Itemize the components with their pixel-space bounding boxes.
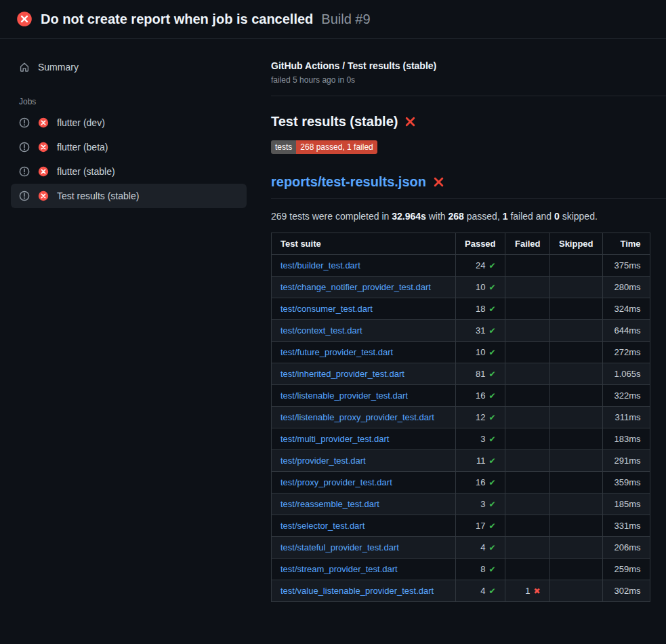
badge-label: tests <box>271 140 296 154</box>
passed-count: 4 <box>480 542 485 552</box>
sidebar-job-item[interactable]: flutter (stable) <box>11 159 247 184</box>
time-value: 644ms <box>602 320 650 342</box>
table-row: test/stream_provider_test.dart 8✔ ✖ 259m… <box>272 559 650 580</box>
suite-link[interactable]: test/value_listenable_provider_test.dart <box>280 586 434 596</box>
passed-count: 4 <box>480 586 485 596</box>
results-table-body: test/builder_test.dart 24✔ ✖ 375ms test/… <box>272 255 650 602</box>
check-icon: ✔ <box>488 413 495 422</box>
main-content: GitHub Actions / Test results (stable) f… <box>255 39 666 602</box>
jobs-list: flutter (dev) flutter (beta) flutter (st… <box>11 110 247 208</box>
header-failed: Failed <box>505 233 549 255</box>
passed-count: 16 <box>476 477 485 487</box>
suite-link[interactable]: test/context_test.dart <box>280 325 362 336</box>
time-value: 322ms <box>602 385 650 407</box>
time-value: 280ms <box>602 277 650 298</box>
check-icon: ✔ <box>488 500 495 509</box>
passed-count: 8 <box>480 564 485 574</box>
check-icon: ✔ <box>488 391 495 401</box>
passed-count: 11 <box>476 456 486 466</box>
warning-icon <box>19 142 30 153</box>
sidebar: Summary Jobs flutter (dev) flutter (beta… <box>0 39 255 208</box>
suite-link[interactable]: test/future_provider_test.dart <box>280 347 393 357</box>
time-value: 1.065s <box>602 363 650 385</box>
table-row: test/inherited_provider_test.dart 81✔ ✖ … <box>272 363 650 385</box>
suite-link[interactable]: test/selector_test.dart <box>280 521 365 531</box>
suite-link[interactable]: test/inherited_provider_test.dart <box>280 369 404 379</box>
passed-count: 16 <box>476 390 485 401</box>
table-row: test/future_provider_test.dart 10✔ ✖ 272… <box>272 342 650 363</box>
time-value: 331ms <box>602 515 650 537</box>
check-icon: ✔ <box>488 543 495 552</box>
check-icon: ✔ <box>488 283 495 292</box>
suite-link[interactable]: test/consumer_test.dart <box>280 304 373 314</box>
header-test-suite: Test suite <box>272 233 456 255</box>
passed-count: 10 <box>476 282 485 292</box>
check-icon: ✔ <box>488 326 495 336</box>
table-row: test/selector_test.dart 17✔ ✖ 331ms <box>272 515 650 537</box>
divider <box>271 96 666 96</box>
failed-icon <box>38 117 49 128</box>
sidebar-job-label: Test results (stable) <box>57 190 139 201</box>
sidebar-job-item[interactable]: flutter (beta) <box>11 135 247 159</box>
home-icon <box>19 62 30 73</box>
sidebar-item-summary[interactable]: Summary <box>11 55 247 79</box>
suite-link[interactable]: test/stream_provider_test.dart <box>280 564 398 574</box>
time-value: 259ms <box>602 559 650 580</box>
failed-icon <box>38 166 49 177</box>
suite-link[interactable]: test/stateful_provider_test.dart <box>280 542 399 552</box>
warning-icon <box>19 117 30 128</box>
jobs-section-label: Jobs <box>19 97 247 106</box>
test-results-table: Test suite Passed Failed Skipped Time te… <box>271 233 650 602</box>
header-time: Time <box>602 233 650 255</box>
warning-icon <box>19 166 30 177</box>
table-row: test/reassemble_test.dart 3✔ ✖ 185ms <box>272 494 650 515</box>
passed-count: 3 <box>480 434 485 444</box>
time-value: 359ms <box>602 472 650 494</box>
time-value: 375ms <box>602 255 650 277</box>
tests-status-badge: tests 268 passed, 1 failed <box>271 140 377 154</box>
suite-link[interactable]: test/listenable_provider_test.dart <box>280 390 408 401</box>
passed-count: 17 <box>476 521 485 531</box>
passed-count: 18 <box>476 304 485 314</box>
time-value: 291ms <box>602 450 650 472</box>
sidebar-job-item[interactable]: flutter (dev) <box>11 110 247 135</box>
failed-icon <box>38 142 49 153</box>
time-value: 311ms <box>602 407 650 428</box>
run-status-text: failed 5 hours ago in 0s <box>271 75 666 85</box>
table-row: test/change_notifier_provider_test.dart … <box>272 277 650 298</box>
check-icon: ✔ <box>488 478 495 487</box>
sidebar-job-item[interactable]: Test results (stable) <box>11 184 247 208</box>
section-title: Test results (stable) <box>271 114 666 129</box>
sidebar-job-label: flutter (stable) <box>57 166 115 177</box>
table-row: test/listenable_proxy_provider_test.dart… <box>272 407 650 428</box>
suite-link[interactable]: test/reassemble_test.dart <box>280 499 379 509</box>
badge-value: 268 passed, 1 failed <box>296 140 377 154</box>
build-number: Build #9 <box>321 12 370 27</box>
header-passed: Passed <box>456 233 505 255</box>
suite-link[interactable]: test/change_notifier_provider_test.dart <box>280 282 431 292</box>
suite-link[interactable]: test/builder_test.dart <box>280 260 360 270</box>
suite-link[interactable]: test/multi_provider_test.dart <box>280 434 389 444</box>
suite-link[interactable]: test/listenable_proxy_provider_test.dart <box>280 412 434 422</box>
report-title-link[interactable]: reports/test-results.json <box>271 174 426 190</box>
time-value: 272ms <box>602 342 650 363</box>
header-skipped: Skipped <box>549 233 602 255</box>
failed-count: 1 <box>525 586 530 596</box>
passed-count: 12 <box>476 412 485 422</box>
table-row: test/value_listenable_provider_test.dart… <box>272 580 650 602</box>
table-row: test/multi_provider_test.dart 3✔ ✖ 183ms <box>272 428 650 450</box>
check-icon: ✔ <box>488 435 495 444</box>
report-title: reports/test-results.json <box>271 174 666 199</box>
check-icon: ✔ <box>488 261 495 270</box>
check-icon: ✔ <box>488 521 495 531</box>
suite-link[interactable]: test/provider_test.dart <box>280 456 366 466</box>
suite-link[interactable]: test/proxy_provider_test.dart <box>280 477 392 487</box>
sidebar-job-label: flutter (dev) <box>57 117 105 128</box>
build-title: Do not create report when job is cancell… <box>41 12 313 27</box>
passed-count: 10 <box>476 347 485 357</box>
check-icon: ✔ <box>488 304 495 314</box>
build-header: Do not create report when job is cancell… <box>0 0 666 39</box>
passed-count: 81 <box>476 369 485 379</box>
sidebar-job-label: flutter (beta) <box>57 142 108 153</box>
failed-x-icon <box>404 116 416 127</box>
